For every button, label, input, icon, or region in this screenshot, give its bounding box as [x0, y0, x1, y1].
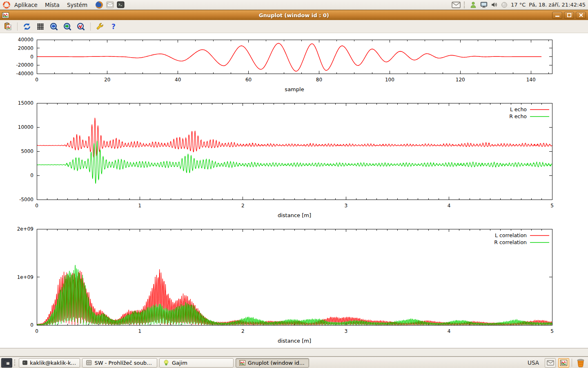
- zoom-next-button[interactable]: [62, 21, 73, 32]
- file-manager-icon: [86, 359, 92, 366]
- y-tick-label: 10000: [18, 124, 33, 130]
- tray-gnuplot-icon[interactable]: [558, 358, 569, 368]
- window-titlebar[interactable]: Gnuplot (window id : 0): [0, 10, 588, 20]
- series-curve: [37, 43, 541, 72]
- x-tick-label: 140: [526, 77, 536, 83]
- x-tick-label: 60: [245, 77, 252, 83]
- x-tick-label: 120: [456, 77, 465, 83]
- gnome-top-panel: Aplikace Místa Systém 17 °C Pá, 18.: [0, 0, 588, 10]
- grid-toggle-button[interactable]: [35, 21, 46, 32]
- x-tick-label: 4: [448, 328, 451, 334]
- weather-icon[interactable]: [501, 2, 508, 8]
- axis-ticks: [37, 103, 552, 200]
- legend-label: R correlation: [494, 239, 527, 245]
- menu-applications-label: Aplikace: [14, 2, 38, 8]
- minimize-button[interactable]: [552, 12, 562, 19]
- window-icon: [2, 12, 9, 18]
- legend-label: R echo: [509, 113, 527, 119]
- firefox-launcher-icon[interactable]: [95, 1, 103, 9]
- x-tick-label: 1: [138, 328, 142, 334]
- menu-system[interactable]: Systém: [63, 0, 91, 10]
- x-tick-label: 4: [448, 203, 451, 209]
- taskbar-window-label: SW - Prohlížeč souborů: [95, 360, 154, 366]
- clock-applet[interactable]: Pá, 18. září, 21:42:45: [529, 2, 586, 8]
- toolbar-separator: [17, 22, 18, 31]
- keyboard-layout-indicator[interactable]: USA: [524, 359, 542, 366]
- y-tick-label: 15000: [18, 100, 33, 106]
- axis-ticks: [37, 229, 552, 325]
- close-button[interactable]: [576, 12, 586, 19]
- toolbar-separator: [90, 22, 91, 31]
- legend-label: L correlation: [495, 232, 527, 238]
- menu-system-label: Systém: [67, 2, 87, 8]
- mail-launcher-icon[interactable]: [106, 1, 114, 9]
- copy-to-clipboard-button[interactable]: [2, 21, 13, 32]
- y-tick-label: 0: [30, 173, 33, 178]
- y-tick-label: -40000: [16, 71, 33, 76]
- svg-text:?: ?: [111, 22, 116, 31]
- x-axis-label: distance [m]: [278, 212, 311, 218]
- x-tick-label: 3: [344, 203, 347, 209]
- display-settings-icon[interactable]: [480, 1, 488, 9]
- tray-mail-icon[interactable]: [545, 358, 556, 368]
- x-tick-label: 20: [104, 77, 110, 83]
- x-tick-label: 80: [316, 77, 322, 83]
- y-tick-label: 0: [30, 322, 33, 328]
- x-tick-label: 0: [35, 328, 38, 334]
- terminal-icon: [22, 359, 27, 366]
- y-tick-label: -20000: [16, 62, 33, 68]
- ubuntu-logo-icon[interactable]: [2, 1, 11, 9]
- replot-button[interactable]: [22, 21, 32, 32]
- x-tick-label: 40: [175, 77, 181, 83]
- user-presence-icon[interactable]: [470, 1, 477, 9]
- gnome-taskbar: kaklik@kaklik-kolej-u... SW - Prohlížeč …: [0, 357, 588, 368]
- menu-places-label: Místa: [45, 2, 60, 8]
- x-tick-label: 3: [344, 328, 347, 334]
- gnuplot-plot-canvas[interactable]: 020406080100120140-40000-200000200004000…: [0, 33, 588, 348]
- mail-notifier-icon[interactable]: [452, 2, 461, 8]
- plot-2: 012345-5000050001000015000distance [m]L …: [18, 100, 554, 218]
- terminal-launcher-icon[interactable]: [117, 1, 125, 9]
- x-tick-label: 5: [550, 203, 554, 209]
- y-tick-label: 1e+09: [17, 274, 33, 280]
- y-tick-label: 20000: [18, 45, 33, 51]
- taskbar-window-gnuplot[interactable]: Gnuplot (window id : 0): [236, 358, 309, 368]
- plot-3: 01234501e+092e+09distance [m]L correlati…: [17, 226, 554, 344]
- maximize-button[interactable]: [564, 12, 574, 19]
- window-statusbar: [0, 348, 588, 357]
- gnuplot-icon: [239, 360, 245, 366]
- tray-handle[interactable]: [464, 2, 466, 8]
- help-button[interactable]: ?: [108, 21, 119, 32]
- show-desktop-button[interactable]: [1, 358, 12, 368]
- trash-applet[interactable]: [575, 359, 587, 367]
- series-l-echo: [37, 118, 552, 157]
- menu-applications[interactable]: Aplikace: [11, 0, 41, 10]
- unzoom-button[interactable]: [76, 21, 86, 32]
- window-title: Gnuplot (window id : 0): [0, 12, 588, 18]
- plot-border: [37, 103, 552, 200]
- taskbar-window-label: Gajim: [172, 360, 187, 366]
- options-button[interactable]: [95, 21, 105, 32]
- x-tick-label: 2: [241, 203, 245, 209]
- volume-icon[interactable]: [491, 1, 498, 8]
- y-tick-label: -5000: [19, 197, 33, 202]
- gnuplot-window: Gnuplot (window id : 0): [0, 10, 588, 357]
- taskbar-window-terminal[interactable]: kaklik@kaklik-kolej-u...: [19, 358, 80, 368]
- y-tick-label: 0: [30, 54, 33, 60]
- y-tick-label: 5000: [21, 148, 33, 154]
- taskbar-window-file-manager[interactable]: SW - Prohlížeč souborů: [82, 358, 157, 368]
- x-tick-label: 0: [35, 77, 38, 83]
- series-l-correlation: [37, 269, 552, 325]
- y-tick-label: 40000: [18, 37, 33, 43]
- zoom-previous-button[interactable]: [49, 21, 59, 32]
- menu-places[interactable]: Místa: [41, 0, 63, 10]
- taskbar-window-gajim[interactable]: Gajim: [159, 358, 234, 368]
- taskbar-handle[interactable]: [14, 359, 17, 366]
- taskbar-window-label: kaklik@kaklik-kolej-u...: [30, 360, 76, 366]
- taskbar-separator: [572, 359, 572, 367]
- series-r-correlation: [37, 265, 552, 325]
- temperature-label[interactable]: 17 °C: [511, 2, 526, 8]
- x-tick-label: 2: [241, 328, 245, 334]
- taskbar-window-label: Gnuplot (window id : 0): [248, 360, 305, 366]
- legend-label: L echo: [510, 106, 527, 112]
